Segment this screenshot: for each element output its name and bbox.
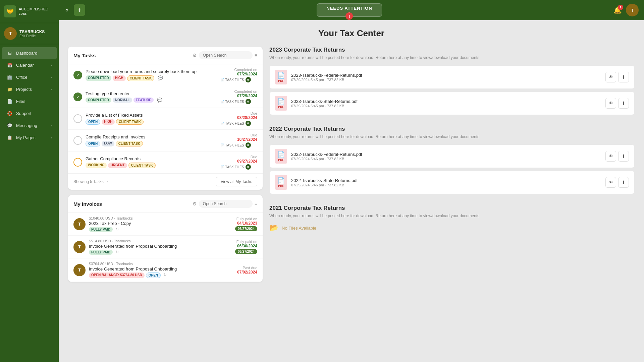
- sidebar-item-support[interactable]: 🛟 Support: [2, 108, 57, 119]
- tag-client-task: CLIENT TASK: [116, 141, 143, 146]
- tag-working: WORKING: [86, 163, 107, 168]
- pdf-info: 2023-Tsarbucks-Federal-Returns.pdf 07/29…: [291, 73, 601, 82]
- view-pdf-button[interactable]: 👁: [605, 72, 616, 82]
- sidebar-item-label: Projects: [16, 87, 32, 92]
- task-date: 07/29/2024: [220, 72, 257, 76]
- invoice-tags: FULLY PAID ↻: [89, 227, 232, 232]
- task-checkbox[interactable]: ✓: [73, 93, 82, 101]
- download-pdf-button[interactable]: ⬇: [618, 151, 629, 162]
- pdf-info: 2022-Tsarbucks-Federal-Returns.pdf 07/29…: [291, 152, 601, 161]
- invoice-date1: 06/30/2024: [235, 244, 257, 248]
- view-all-tasks-button[interactable]: View all My Tasks: [216, 177, 257, 186]
- task-checkbox[interactable]: ✓: [73, 71, 82, 79]
- task-checkbox[interactable]: [73, 114, 82, 123]
- user-profile-area[interactable]: T TSARBUCKS Edit Profile: [0, 23, 59, 44]
- task-info: Compile Receipts and Invoices OPEN LOW C…: [86, 134, 217, 146]
- sidebar-item-label: Files: [16, 99, 25, 104]
- pdf-filename: 2023-Tsarbucks-Federal-Returns.pdf: [291, 73, 601, 78]
- refresh-icon[interactable]: ↻: [163, 273, 167, 278]
- files-icon: 📄: [7, 99, 13, 104]
- invoice-row: T $514.80 USD · Tsarbucks Invoice Genera…: [68, 236, 263, 258]
- needs-attention-banner[interactable]: NEEDS ATTENTION ▾ !: [317, 3, 382, 17]
- edit-profile-link[interactable]: Edit Profile: [19, 34, 45, 38]
- task-row: Compile Receipts and Invoices OPEN LOW C…: [68, 130, 263, 152]
- task-files: 📄 TASK FILES 0: [220, 164, 257, 170]
- filter-icon[interactable]: ⚙: [193, 53, 197, 58]
- download-pdf-button[interactable]: ⬇: [618, 177, 629, 188]
- username: TSARBUCKS: [19, 29, 45, 34]
- page-title: Your Tax Center: [68, 28, 635, 39]
- task-files-badge: 0: [246, 99, 251, 104]
- collapse-sidebar-button[interactable]: «: [64, 6, 70, 14]
- tag-client-task: CLIENT TASK: [116, 119, 143, 125]
- sidebar-item-my-pages[interactable]: 📋 My Pages ›: [2, 132, 57, 143]
- sidebar-item-messaging[interactable]: 💬 Messaging ›: [2, 120, 57, 131]
- filter-icon[interactable]: ⚙: [193, 201, 197, 206]
- tax-2021-desc: When ready, your returns will be posted …: [269, 213, 635, 219]
- invoice-date2: 06/27/2024: [235, 249, 257, 254]
- sidebar-item-projects[interactable]: 📁 Projects ›: [2, 83, 57, 95]
- task-meta: Completed on 07/29/2024 📄 TASK FILES 0: [220, 68, 257, 82]
- pdf-label: PDF: [278, 184, 284, 188]
- view-pdf-button[interactable]: 👁: [605, 151, 616, 162]
- download-pdf-button[interactable]: ⬇: [618, 98, 629, 109]
- chat-icon: 💬: [158, 75, 163, 81]
- invoice-date-label: Fully paid on: [235, 217, 257, 221]
- pdf-meta: 07/29/2024 5:45 pm · 737.82 KB: [291, 78, 601, 82]
- task-date: 07/29/2024: [220, 94, 257, 98]
- invoice-name: Invoice Generated from Proposal Onboardi…: [89, 244, 232, 249]
- sidebar-item-files[interactable]: 📄 Files: [2, 96, 57, 107]
- dashboard-icon: ⊞: [7, 51, 13, 56]
- invoice-amount: $514.80 USD · Tsarbucks: [89, 239, 232, 243]
- my-invoices-title: My Invoices: [73, 201, 189, 207]
- add-button[interactable]: +: [74, 4, 85, 16]
- download-pdf-button[interactable]: ⬇: [618, 72, 629, 82]
- view-pdf-button[interactable]: 👁: [605, 98, 616, 109]
- task-date-label: Due: [220, 111, 257, 115]
- pdf-file-row: 📄 PDF 2022-Tsarbucks-State-Returns.pdf 0…: [269, 171, 635, 194]
- task-checkbox[interactable]: [73, 136, 82, 145]
- pdf-meta: 07/29/2024 5:45 pm · 737.82 KB: [291, 104, 601, 108]
- invoice-date-label: Fully paid on: [235, 240, 257, 244]
- tasks-search-input[interactable]: [199, 51, 253, 59]
- task-checkbox[interactable]: [73, 158, 82, 167]
- task-files-badge: 0: [246, 164, 251, 170]
- user-avatar-top[interactable]: T: [626, 4, 639, 16]
- sort-icon[interactable]: ≡: [255, 53, 257, 58]
- content-area: Your Tax Center My Tasks ⚙ ≡: [59, 20, 644, 362]
- invoice-meta: Fully paid on 06/30/2024 06/27/2024: [235, 240, 257, 254]
- refresh-icon[interactable]: ↻: [115, 227, 119, 232]
- task-row: ✓ Testing type then enter COMPLETED NORM…: [68, 86, 263, 108]
- tag-fully-paid: FULLY PAID: [89, 227, 113, 232]
- sidebar-item-label: Calendar: [16, 63, 34, 68]
- task-files-badge: 0: [246, 77, 251, 82]
- task-files-badge: 0: [246, 142, 251, 148]
- tag-client-task: CLIENT TASK: [127, 75, 154, 81]
- sidebar-item-office[interactable]: 🏢 Office ›: [2, 71, 57, 83]
- task-date-label: Due: [220, 155, 257, 159]
- refresh-icon[interactable]: ↻: [115, 250, 119, 255]
- sidebar-item-calendar[interactable]: 📅 Calendar ›: [2, 59, 57, 71]
- invoice-tags: OPEN BALANCE: $3764.80 USD OPEN ↻: [89, 273, 234, 278]
- notification-button[interactable]: 🔔 2: [613, 6, 622, 14]
- sidebar-item-label: Support: [16, 111, 32, 116]
- sidebar-item-label: My Pages: [16, 135, 36, 140]
- sidebar-item-dashboard[interactable]: ⊞ Dashboard: [2, 47, 57, 59]
- task-files: 📄 TASK FILES 0: [220, 77, 257, 82]
- tag-feature: FEATURE: [133, 98, 154, 103]
- tag-open: OPEN: [146, 273, 161, 278]
- invoices-search-input[interactable]: [199, 200, 253, 208]
- attention-count-badge: !: [345, 12, 353, 20]
- invoices-search-area: ⚙ ≡: [193, 200, 257, 208]
- sort-icon[interactable]: ≡: [255, 201, 257, 206]
- task-name: Compile Receipts and Invoices: [86, 134, 217, 139]
- pdf-info: 2023-Tsarbucks-State-Returns.pdf 07/29/2…: [291, 99, 601, 108]
- invoice-avatar: T: [73, 218, 86, 230]
- view-pdf-button[interactable]: 👁: [605, 177, 616, 188]
- invoice-meta: Fully paid on 04/10/2023 06/27/2024: [235, 217, 257, 231]
- task-info: Please download your returns and securel…: [86, 69, 217, 81]
- task-info: Gather Compliance Records WORKING URGENT…: [86, 156, 217, 168]
- my-invoices-card: My Invoices ⚙ ≡ T $1040.00 USD · Tsarbuc…: [68, 195, 263, 282]
- right-column: 2023 Corporate Tax Returns When ready, y…: [269, 47, 635, 354]
- no-files-label: No Files Available: [282, 226, 316, 231]
